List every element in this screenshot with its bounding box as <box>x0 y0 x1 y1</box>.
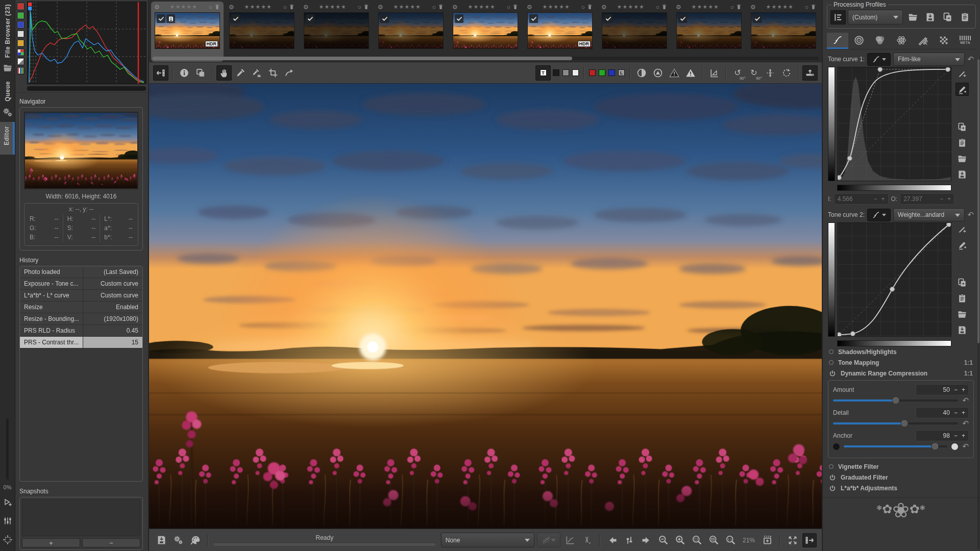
thumbnail-trash-icon[interactable] <box>363 4 370 10</box>
edit-node-button[interactable] <box>955 222 969 236</box>
hide-left-panel-button[interactable] <box>153 65 168 81</box>
filter-settings-button[interactable] <box>1 514 15 528</box>
histogram-chroma-toggle[interactable] <box>17 39 24 47</box>
slider-track[interactable] <box>844 445 947 447</box>
thumbnail-star-rating[interactable]: ★★★★★ <box>384 4 431 10</box>
bg-gray-chip[interactable] <box>562 69 569 76</box>
image-canvas[interactable] <box>149 84 822 529</box>
tab-detail[interactable] <box>848 33 870 49</box>
slider-spinner[interactable]: 98 − + <box>916 430 969 441</box>
thumbnail-trash-icon[interactable] <box>512 4 519 10</box>
tool-section-header[interactable]: L*a*b* Adjustments <box>828 483 974 493</box>
thumbnail-trash-icon[interactable] <box>810 4 817 10</box>
soft-proofing-button[interactable] <box>563 533 577 547</box>
section-power-icon[interactable] <box>829 370 836 377</box>
plus-icon[interactable]: + <box>962 432 965 439</box>
thumbnail-image[interactable] <box>602 12 667 49</box>
histogram-scrollbar[interactable] <box>27 86 146 91</box>
green-channel-chip[interactable] <box>599 69 605 76</box>
history-row[interactable]: Resize Enabled <box>20 302 142 313</box>
thumbnail-color-label-icon[interactable]: ○ <box>283 4 287 11</box>
color-picker-button[interactable] <box>249 65 264 81</box>
thumbnail-size-slider[interactable] <box>6 418 9 480</box>
crop-tool-button[interactable] <box>265 65 281 81</box>
minus-icon[interactable]: − <box>940 195 943 203</box>
tab-metadata[interactable]: META <box>954 33 976 49</box>
histogram-raw-toggle[interactable] <box>17 58 24 65</box>
slider-spinner[interactable]: 50 − + <box>916 384 969 395</box>
slider-spinner[interactable]: 40 − + <box>916 407 969 418</box>
new-detail-window-button[interactable] <box>760 533 774 547</box>
thumbnail-color-label-icon[interactable]: ○ <box>432 4 436 11</box>
right-panel-scrollbar[interactable] <box>977 59 979 549</box>
profile-select[interactable]: (Custom) <box>848 10 903 24</box>
white-balance-picker-button[interactable] <box>233 65 248 81</box>
thumbnail-color-label-icon[interactable]: ○ <box>507 4 510 11</box>
flip-vertical-button[interactable] <box>763 65 778 81</box>
rotate-right-button[interactable]: ↻90° <box>746 65 762 81</box>
thumbnail-trash-icon[interactable] <box>661 4 668 10</box>
shadow-clipping-button[interactable] <box>667 65 682 81</box>
histogram-rgb-mode-toggle[interactable] <box>17 48 24 56</box>
section-radio-icon[interactable] <box>829 349 834 354</box>
minus-icon[interactable]: − <box>873 195 877 203</box>
add-to-queue-button[interactable] <box>171 533 185 547</box>
thumbnail-trash-icon[interactable] <box>214 4 220 10</box>
input-value-spinner[interactable]: 4.566 − + <box>834 193 889 205</box>
thumbnail-star-rating[interactable]: ★★★★★ <box>607 4 654 10</box>
thumbnail-gear-icon[interactable]: ⚙ <box>378 4 383 10</box>
snapshots-empty-list[interactable] <box>22 499 140 536</box>
history-row[interactable]: L*a*b* - L* curve Custom curve <box>20 290 142 302</box>
filmstrip-thumbnail[interactable]: ⚙ ★★★★★ ○ HDR <box>524 2 596 62</box>
zoom-fit-crop-button[interactable] <box>706 533 721 547</box>
plus-icon[interactable]: + <box>947 195 951 203</box>
curve-2-area[interactable] <box>837 222 951 337</box>
filmstrip-thumbnail[interactable]: ⚙ ★★★★★ ○ <box>598 2 671 62</box>
thumbnail-color-label-icon[interactable]: ○ <box>581 4 585 11</box>
tool-section-header[interactable]: Vignette Filter <box>828 461 974 472</box>
zoom-fit-button[interactable] <box>690 533 704 547</box>
edit-node-button[interactable] <box>955 67 969 80</box>
copy-profile-button[interactable] <box>940 10 955 24</box>
previous-image-button[interactable] <box>605 533 620 547</box>
save-curve-button[interactable] <box>955 323 969 337</box>
filmstrip-thumbnail[interactable]: ⚙ ★★★★★ ○ <box>673 2 745 62</box>
thumbnail-gear-icon[interactable]: ⚙ <box>527 4 532 10</box>
paste-curve-button[interactable] <box>955 136 969 149</box>
thumbnail-image[interactable] <box>751 12 816 49</box>
bg-dark-chip[interactable] <box>553 69 559 76</box>
reset-curve-1-icon[interactable]: ↶ <box>967 55 974 64</box>
remove-snapshot-button[interactable]: − <box>82 538 140 547</box>
thumbnail-gear-icon[interactable]: ⚙ <box>229 4 234 10</box>
blue-channel-chip[interactable] <box>608 69 615 76</box>
thumbnail-gear-icon[interactable]: ⚙ <box>601 4 607 10</box>
before-after-button[interactable] <box>193 65 208 81</box>
minus-icon[interactable]: − <box>954 409 958 416</box>
slider-knob[interactable] <box>932 443 939 450</box>
copy-curve-button[interactable] <box>955 276 969 289</box>
thumbnail-image[interactable]: HDR <box>155 12 220 49</box>
filmstrip-scrollbar[interactable] <box>152 57 819 60</box>
edit-pencil-button[interactable] <box>955 83 969 96</box>
image-info-button[interactable] <box>177 65 192 81</box>
filmstrip-thumbnail[interactable]: ⚙ ★★★★★ ○ <box>375 2 447 62</box>
tab-advanced[interactable] <box>891 33 912 49</box>
fullscreen-button[interactable] <box>786 533 800 547</box>
slider-track[interactable] <box>833 422 958 424</box>
curve-type-1-button[interactable] <box>867 53 891 66</box>
paste-profile-button[interactable] <box>957 10 972 24</box>
history-row[interactable]: Photo loaded (Last Saved) <box>20 266 142 278</box>
slider-knob[interactable] <box>900 420 908 428</box>
load-curve-button[interactable] <box>955 308 969 321</box>
red-channel-chip[interactable] <box>589 69 596 76</box>
thumbnail-star-rating[interactable]: ★★★★★ <box>756 4 803 10</box>
hide-right-panel-button[interactable] <box>802 533 817 547</box>
soft-proof-select[interactable] <box>537 533 560 547</box>
section-radio-icon[interactable] <box>829 464 834 469</box>
thumbnail-gear-icon[interactable]: ⚙ <box>750 4 756 10</box>
thumbnail-trash-icon[interactable] <box>288 4 295 10</box>
tab-editor[interactable]: Editor <box>0 122 15 155</box>
thumbnail-image[interactable] <box>378 12 444 49</box>
zoom-100-button[interactable] <box>723 533 738 547</box>
histogram-red-toggle[interactable] <box>17 3 24 10</box>
